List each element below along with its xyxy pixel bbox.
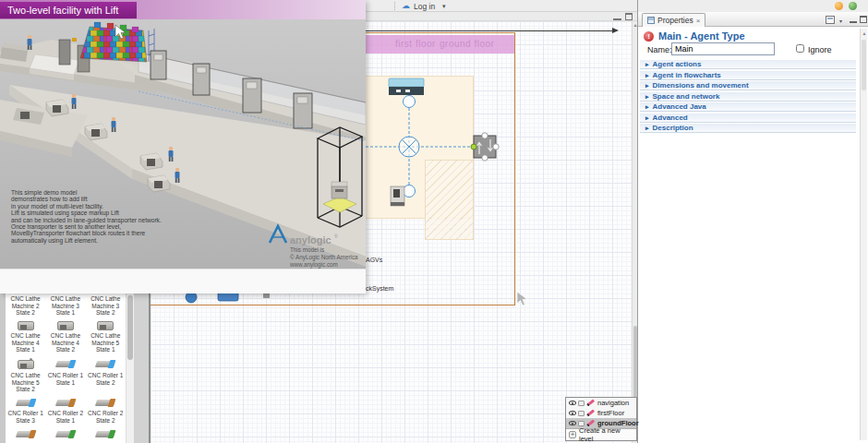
palette-item[interactable] (45, 319, 85, 331)
visibility-eye-icon[interactable] (569, 411, 576, 415)
login-dropdown-icon[interactable]: ▾ (442, 3, 446, 10)
palette-item[interactable] (6, 397, 45, 409)
cnc-roller-green-icon (55, 431, 76, 437)
level-row-groundfloor[interactable]: groundFloor (566, 418, 636, 428)
door-icon (243, 78, 261, 113)
palette-item[interactable]: CNC Roller 1 State 3 (6, 410, 45, 424)
level-name[interactable]: firstFloor (597, 409, 624, 417)
maximize-icon[interactable] (625, 13, 633, 20)
chevron-right-icon: ▸ (645, 82, 649, 89)
restore-view-icon[interactable] (826, 16, 835, 24)
palette-item[interactable] (45, 397, 85, 409)
section-advanced[interactable]: ▸Advanced (640, 113, 856, 123)
ignore-checkbox[interactable] (796, 44, 804, 53)
palette-item[interactable] (6, 319, 45, 331)
cnc-roller-orange-icon (16, 431, 36, 437)
view-menu-icon[interactable]: ▾ (839, 18, 842, 24)
palette-item[interactable]: CNC Lathe Machine 3 State 1 (45, 295, 85, 317)
properties-scrollbar[interactable]: ▲ (860, 29, 867, 440)
create-level-label[interactable]: Create a new level (579, 426, 636, 443)
create-new-level-button[interactable]: + Create a new level (566, 428, 636, 440)
palette-item[interactable] (45, 428, 85, 440)
palette-item[interactable]: CNC Roller 1 State 1 (45, 372, 85, 393)
palette-scrollbar[interactable] (126, 293, 134, 443)
lock-icon[interactable] (578, 411, 585, 416)
cnc-machine-icon (18, 321, 34, 330)
level-row-firstfloor[interactable]: firstFloor (566, 408, 636, 418)
section-advanced-java[interactable]: ▸Advanced Java (640, 102, 856, 112)
palette-item[interactable]: CNC Lathe Machine 5 State 2 (6, 372, 45, 393)
chevron-right-icon: ▸ (645, 125, 649, 131)
cnc-machine-antenna-icon (18, 360, 34, 369)
palette-item[interactable] (86, 397, 126, 409)
palette-item[interactable]: CNC Lathe Machine 4 State 2 (45, 332, 85, 353)
scrollbar-thumb[interactable] (862, 40, 866, 90)
section-agent-actions[interactable]: ▸Agent actions (640, 59, 856, 69)
minimize-icon[interactable] (613, 15, 621, 20)
palette-item[interactable]: CNC Roller 2 State 1 (45, 410, 85, 424)
visibility-eye-icon[interactable] (569, 421, 576, 425)
palette-item[interactable]: CNC Lathe Machine 2 State 2 (6, 295, 45, 317)
palette-item[interactable] (6, 358, 45, 370)
login-button[interactable]: Log in (414, 2, 435, 11)
floor-tab-first[interactable]: first floor (395, 39, 436, 49)
svg-text:This model is: This model is (290, 246, 324, 253)
pallet-stack (80, 22, 147, 62)
demo-description: This simple demo model demonstrates how … (11, 189, 162, 245)
section-label: Dimensions and movement (653, 81, 749, 90)
cnc-roller-blue-icon (16, 400, 36, 406)
section-space-network[interactable]: ▸Space and network (640, 91, 856, 102)
tab-properties[interactable]: Properties × (642, 13, 705, 27)
svg-text:© AnyLogic North America: © AnyLogic North America (290, 254, 358, 261)
palette-item[interactable]: CNC Lathe Machine 3 State 2 (86, 295, 126, 317)
close-icon[interactable]: × (696, 17, 701, 25)
section-agent-in-flowcharts[interactable]: ▸Agent in flowcharts (640, 70, 856, 80)
name-label: Name: (647, 45, 672, 54)
cnc-machine-icon (97, 321, 114, 330)
palette-item[interactable]: CNC Roller 2 State 2 (86, 410, 126, 424)
palette-item[interactable] (45, 358, 85, 370)
floor-tab-ground[interactable]: ground floor (440, 39, 494, 49)
ignore-label: Ignore (808, 45, 832, 54)
chevron-right-icon: ▸ (645, 61, 649, 67)
scrollbar-thumb[interactable] (127, 295, 133, 360)
door-icon (151, 51, 166, 79)
levels-panel: navigation firstFloor groundFloor + Crea… (565, 397, 637, 441)
minimize-icon[interactable] (850, 21, 857, 23)
section-dimensions[interactable]: ▸Dimensions and movement (640, 80, 856, 90)
demo-titlebar[interactable]: Two-level facility with Lift (0, 0, 366, 19)
edit-pencil-icon[interactable] (586, 420, 595, 427)
toolbar-orange-icon[interactable] (835, 2, 843, 10)
lock-icon[interactable] (578, 401, 585, 406)
facility-3d-view[interactable]: This simple demo model demonstrates how … (0, 19, 366, 269)
name-input[interactable] (671, 42, 775, 55)
palette-item[interactable]: CNC Lathe Machine 4 State 1 (6, 332, 45, 353)
maximize-icon[interactable] (860, 16, 867, 23)
palette-item[interactable]: CNC Roller 1 State 2 (86, 372, 126, 393)
demo-title: Two-level facility with Lift (0, 2, 137, 18)
svg-text:®: ® (334, 233, 338, 239)
palette-item[interactable] (6, 428, 45, 440)
level-name[interactable]: groundFloor (597, 419, 639, 427)
palette-item[interactable] (86, 428, 126, 440)
visibility-eye-icon[interactable] (569, 401, 576, 405)
hatched-area (425, 160, 474, 240)
anylogic-ide-screen: port... ☁ Log in ▾ first floor ground fl… (0, 0, 868, 443)
palette-item[interactable]: CNC Lathe Machine 5 State 1 (86, 332, 126, 353)
palette-item[interactable] (86, 319, 126, 331)
lock-icon[interactable] (578, 421, 585, 426)
section-description[interactable]: ▸Description (640, 123, 856, 133)
edit-pencil-icon[interactable] (586, 400, 595, 407)
scroll-up-icon[interactable]: ▲ (861, 30, 868, 36)
toolbar-green-icon[interactable] (849, 2, 857, 10)
properties-title: Main - Agent Type (658, 30, 745, 42)
palette-panel: CNC Lathe Machine 2 State 2 CNC Lathe Ma… (0, 293, 134, 443)
level-name[interactable]: navigation (597, 399, 629, 407)
level-row-navigation[interactable]: navigation (566, 398, 636, 408)
palette-item[interactable] (86, 358, 126, 370)
properties-tab-icon (647, 17, 655, 24)
chevron-right-icon: ▸ (645, 93, 649, 100)
cnc-roller-green-icon (95, 431, 115, 437)
plus-icon[interactable]: + (569, 431, 576, 438)
edit-pencil-icon[interactable] (586, 410, 595, 417)
